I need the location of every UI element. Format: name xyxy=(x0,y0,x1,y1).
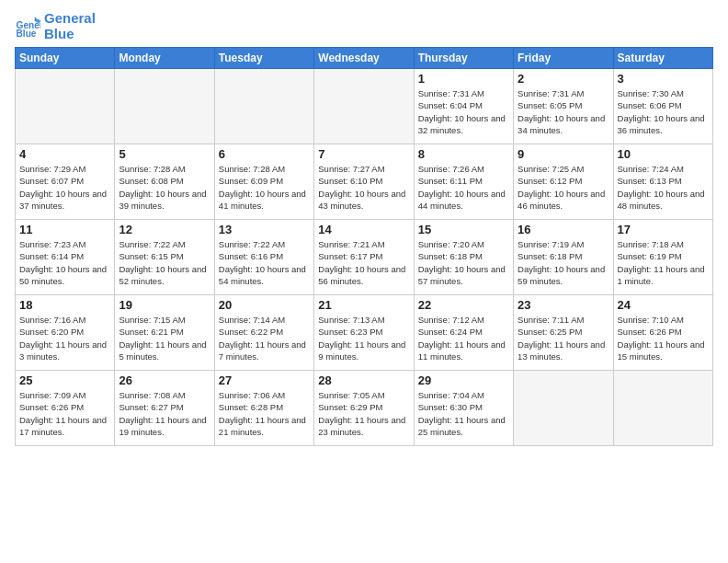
weekday-header-row: SundayMondayTuesdayWednesdayThursdayFrid… xyxy=(16,48,713,69)
day-info: Sunrise: 7:25 AMSunset: 6:12 PMDaylight:… xyxy=(518,163,609,212)
page: General Blue General Blue SundayMondayTu… xyxy=(0,0,728,454)
day-number: 1 xyxy=(418,72,509,86)
week-row-2: 4Sunrise: 7:29 AMSunset: 6:07 PMDaylight… xyxy=(16,144,713,220)
calendar-cell: 3Sunrise: 7:30 AMSunset: 6:06 PMDaylight… xyxy=(613,69,712,144)
calendar-cell: 18Sunrise: 7:16 AMSunset: 6:20 PMDayligh… xyxy=(16,295,115,371)
day-number: 2 xyxy=(518,72,609,86)
day-number: 7 xyxy=(318,147,409,161)
calendar-cell: 14Sunrise: 7:21 AMSunset: 6:17 PMDayligh… xyxy=(314,220,414,295)
day-number: 12 xyxy=(119,223,210,236)
day-info: Sunrise: 7:22 AMSunset: 6:16 PMDaylight:… xyxy=(219,238,310,287)
day-info: Sunrise: 7:05 AMSunset: 6:29 PMDaylight:… xyxy=(318,389,409,438)
day-number: 11 xyxy=(19,223,110,236)
day-number: 13 xyxy=(219,223,310,236)
calendar-cell xyxy=(214,69,313,144)
day-info: Sunrise: 7:22 AMSunset: 6:15 PMDaylight:… xyxy=(119,238,210,287)
day-number: 16 xyxy=(518,223,609,236)
calendar-cell: 24Sunrise: 7:10 AMSunset: 6:26 PMDayligh… xyxy=(613,295,712,371)
weekday-header-sunday: Sunday xyxy=(16,48,115,69)
day-info: Sunrise: 7:09 AMSunset: 6:26 PMDaylight:… xyxy=(19,389,110,438)
day-info: Sunrise: 7:15 AMSunset: 6:21 PMDaylight:… xyxy=(119,314,210,362)
calendar-cell: 19Sunrise: 7:15 AMSunset: 6:21 PMDayligh… xyxy=(115,295,214,371)
calendar-cell: 2Sunrise: 7:31 AMSunset: 6:05 PMDaylight… xyxy=(514,69,613,144)
calendar-cell: 25Sunrise: 7:09 AMSunset: 6:26 PMDayligh… xyxy=(16,371,115,446)
weekday-header-saturday: Saturday xyxy=(613,48,712,69)
day-info: Sunrise: 7:06 AMSunset: 6:28 PMDaylight:… xyxy=(219,389,310,438)
day-info: Sunrise: 7:12 AMSunset: 6:24 PMDaylight:… xyxy=(418,314,509,362)
calendar-cell: 13Sunrise: 7:22 AMSunset: 6:16 PMDayligh… xyxy=(214,220,313,295)
day-info: Sunrise: 7:18 AMSunset: 6:19 PMDaylight:… xyxy=(618,238,709,287)
calendar-cell: 16Sunrise: 7:19 AMSunset: 6:18 PMDayligh… xyxy=(514,220,613,295)
calendar-cell: 7Sunrise: 7:27 AMSunset: 6:10 PMDaylight… xyxy=(314,144,414,220)
calendar-cell xyxy=(613,371,712,446)
day-info: Sunrise: 7:11 AMSunset: 6:25 PMDaylight:… xyxy=(518,314,609,362)
day-info: Sunrise: 7:27 AMSunset: 6:10 PMDaylight:… xyxy=(318,163,409,212)
calendar-cell: 17Sunrise: 7:18 AMSunset: 6:19 PMDayligh… xyxy=(613,220,712,295)
calendar-cell: 21Sunrise: 7:13 AMSunset: 6:23 PMDayligh… xyxy=(314,295,414,371)
day-info: Sunrise: 7:24 AMSunset: 6:13 PMDaylight:… xyxy=(618,163,709,212)
calendar-cell: 9Sunrise: 7:25 AMSunset: 6:12 PMDaylight… xyxy=(514,144,613,220)
calendar-cell xyxy=(16,69,115,144)
calendar-cell: 5Sunrise: 7:28 AMSunset: 6:08 PMDaylight… xyxy=(115,144,214,220)
day-number: 3 xyxy=(618,72,709,86)
day-info: Sunrise: 7:16 AMSunset: 6:20 PMDaylight:… xyxy=(19,314,110,362)
calendar-cell: 15Sunrise: 7:20 AMSunset: 6:18 PMDayligh… xyxy=(414,220,513,295)
day-info: Sunrise: 7:29 AMSunset: 6:07 PMDaylight:… xyxy=(19,163,110,212)
day-info: Sunrise: 7:26 AMSunset: 6:11 PMDaylight:… xyxy=(418,163,509,212)
calendar-cell: 4Sunrise: 7:29 AMSunset: 6:07 PMDaylight… xyxy=(16,144,115,220)
week-row-1: 1Sunrise: 7:31 AMSunset: 6:04 PMDaylight… xyxy=(16,69,713,144)
calendar-cell xyxy=(115,69,214,144)
day-number: 28 xyxy=(318,373,409,387)
week-row-5: 25Sunrise: 7:09 AMSunset: 6:26 PMDayligh… xyxy=(16,371,713,446)
calendar-cell: 8Sunrise: 7:26 AMSunset: 6:11 PMDaylight… xyxy=(414,144,513,220)
calendar-cell: 29Sunrise: 7:04 AMSunset: 6:30 PMDayligh… xyxy=(414,371,513,446)
day-info: Sunrise: 7:04 AMSunset: 6:30 PMDaylight:… xyxy=(418,389,509,438)
weekday-header-tuesday: Tuesday xyxy=(214,48,313,69)
day-info: Sunrise: 7:14 AMSunset: 6:22 PMDaylight:… xyxy=(219,314,310,362)
day-number: 26 xyxy=(119,373,210,387)
day-number: 20 xyxy=(219,298,310,312)
calendar-cell: 23Sunrise: 7:11 AMSunset: 6:25 PMDayligh… xyxy=(514,295,613,371)
weekday-header-wednesday: Wednesday xyxy=(314,48,414,69)
calendar-cell: 20Sunrise: 7:14 AMSunset: 6:22 PMDayligh… xyxy=(214,295,313,371)
day-number: 10 xyxy=(618,147,709,161)
day-number: 23 xyxy=(518,298,609,312)
logo-icon: General Blue xyxy=(15,14,40,40)
day-number: 4 xyxy=(19,147,110,161)
week-row-4: 18Sunrise: 7:16 AMSunset: 6:20 PMDayligh… xyxy=(16,295,713,371)
day-number: 25 xyxy=(19,373,110,387)
day-number: 8 xyxy=(418,147,509,161)
day-info: Sunrise: 7:28 AMSunset: 6:09 PMDaylight:… xyxy=(219,163,310,212)
calendar-cell: 28Sunrise: 7:05 AMSunset: 6:29 PMDayligh… xyxy=(314,371,414,446)
day-number: 21 xyxy=(318,298,409,312)
svg-text:Blue: Blue xyxy=(17,28,37,38)
calendar-cell: 1Sunrise: 7:31 AMSunset: 6:04 PMDaylight… xyxy=(414,69,513,144)
day-number: 15 xyxy=(418,223,509,236)
day-info: Sunrise: 7:28 AMSunset: 6:08 PMDaylight:… xyxy=(119,163,210,212)
calendar-cell xyxy=(314,69,414,144)
logo-general: General xyxy=(44,11,96,27)
day-info: Sunrise: 7:21 AMSunset: 6:17 PMDaylight:… xyxy=(318,238,409,287)
day-info: Sunrise: 7:30 AMSunset: 6:06 PMDaylight:… xyxy=(618,87,709,136)
calendar-cell: 26Sunrise: 7:08 AMSunset: 6:27 PMDayligh… xyxy=(115,371,214,446)
calendar-cell: 27Sunrise: 7:06 AMSunset: 6:28 PMDayligh… xyxy=(214,371,313,446)
day-number: 17 xyxy=(618,223,709,236)
day-number: 27 xyxy=(219,373,310,387)
calendar-cell: 12Sunrise: 7:22 AMSunset: 6:15 PMDayligh… xyxy=(115,220,214,295)
day-number: 22 xyxy=(418,298,509,312)
day-info: Sunrise: 7:08 AMSunset: 6:27 PMDaylight:… xyxy=(119,389,210,438)
logo-blue: Blue xyxy=(44,27,96,42)
day-info: Sunrise: 7:31 AMSunset: 6:05 PMDaylight:… xyxy=(518,87,609,136)
day-info: Sunrise: 7:31 AMSunset: 6:04 PMDaylight:… xyxy=(418,87,509,136)
weekday-header-thursday: Thursday xyxy=(414,48,513,69)
day-info: Sunrise: 7:13 AMSunset: 6:23 PMDaylight:… xyxy=(318,314,409,362)
day-number: 6 xyxy=(219,147,310,161)
calendar-cell xyxy=(514,371,613,446)
day-number: 5 xyxy=(119,147,210,161)
calendar-cell: 11Sunrise: 7:23 AMSunset: 6:14 PMDayligh… xyxy=(16,220,115,295)
day-number: 9 xyxy=(518,147,609,161)
week-row-3: 11Sunrise: 7:23 AMSunset: 6:14 PMDayligh… xyxy=(16,220,713,295)
calendar-cell: 22Sunrise: 7:12 AMSunset: 6:24 PMDayligh… xyxy=(414,295,513,371)
day-info: Sunrise: 7:10 AMSunset: 6:26 PMDaylight:… xyxy=(618,314,709,362)
weekday-header-monday: Monday xyxy=(115,48,214,69)
